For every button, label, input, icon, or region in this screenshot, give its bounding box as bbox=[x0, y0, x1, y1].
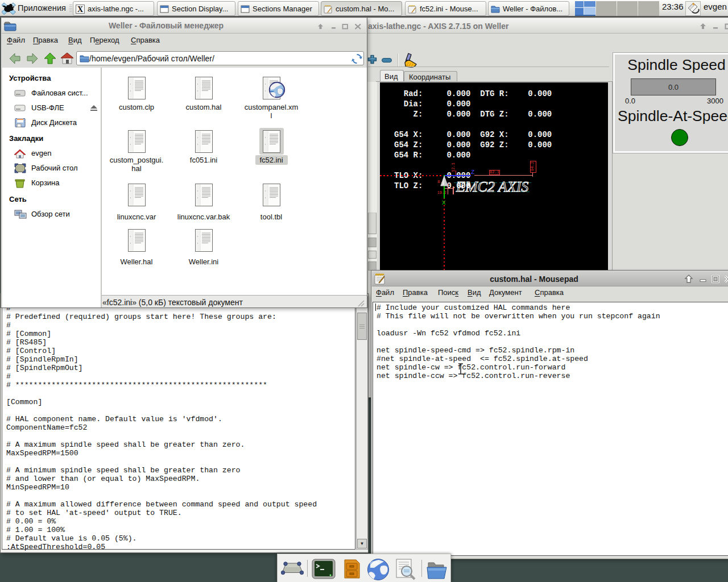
svg-text:X: X bbox=[77, 5, 83, 14]
